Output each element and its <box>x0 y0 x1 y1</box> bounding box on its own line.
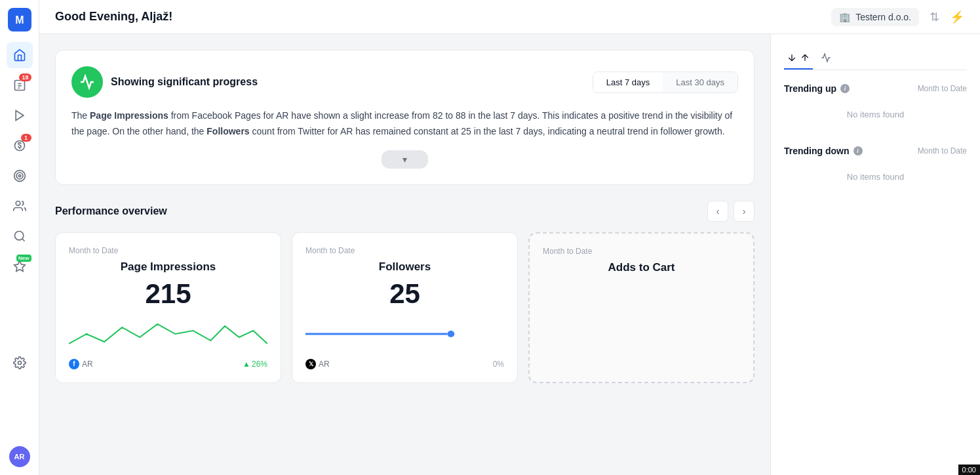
svg-point-13 <box>16 201 20 206</box>
svg-point-16 <box>18 361 21 365</box>
next-button[interactable]: › <box>734 201 755 222</box>
trending-up-info-icon[interactable]: i <box>840 84 850 93</box>
trending-up-heading: Trending up i Month to Date <box>784 83 967 94</box>
tab-30days[interactable]: Last 30 days <box>663 72 737 93</box>
sidebar-item-goals[interactable] <box>7 163 33 189</box>
org-selector[interactable]: 🏢 Testern d.o.o. <box>831 8 919 26</box>
sidebar-item-search[interactable] <box>7 223 33 249</box>
sidebar-item-video[interactable] <box>7 102 33 129</box>
impressions-name: Page Impressions <box>69 260 267 274</box>
followers-pct: 0% <box>493 360 504 369</box>
trending-down-date: Month to Date <box>918 146 967 155</box>
followers-card: Month to Date Followers 25 𝕏 AR <box>292 232 518 383</box>
sidebar-item-home[interactable] <box>7 42 33 68</box>
impressions-source: f AR <box>69 359 93 369</box>
sidebar-item-budget[interactable]: 1 <box>7 133 33 159</box>
trending-up-section: Trending up i Month to Date No items fou… <box>784 83 967 130</box>
trending-up-no-items: No items found <box>784 99 967 130</box>
trending-down-heading: Trending down i Month to Date <box>784 146 967 156</box>
prev-button[interactable]: ‹ <box>707 201 728 222</box>
org-name: Testern d.o.o. <box>855 12 911 22</box>
progress-card: Showing significant progress Last 7 days… <box>55 50 755 185</box>
svg-point-14 <box>14 232 23 240</box>
impressions-value: 215 <box>69 279 267 309</box>
page-title: Good Evening, Aljaž! <box>55 10 821 24</box>
followers-source: 𝕏 AR <box>305 359 330 369</box>
cart-name: Adds to Cart <box>543 261 740 274</box>
rp-tab-trending[interactable] <box>784 47 813 70</box>
progress-text: The Page Impressions from Facebook Pages… <box>71 108 738 140</box>
facebook-icon: f <box>69 359 79 369</box>
sort-icon[interactable]: ⇅ <box>930 10 939 24</box>
impressions-footer: f AR ▲ 26% <box>69 359 267 369</box>
impressions-chart <box>69 314 267 354</box>
performance-title: Performance overview <box>55 205 167 217</box>
rp-tab-activity[interactable] <box>818 47 834 70</box>
trending-up-date: Month to Date <box>918 84 967 93</box>
trending-down-title: Trending down i <box>784 146 863 156</box>
tab-7days[interactable]: Last 7 days <box>593 72 663 93</box>
right-panel-tabs <box>784 47 967 70</box>
svg-point-18 <box>447 331 454 337</box>
timer-display: 0:00 <box>958 465 980 475</box>
trending-up-title: Trending up i <box>784 83 850 94</box>
followers-footer: 𝕏 AR 0% <box>305 359 504 369</box>
right-panel: Trending up i Month to Date No items fou… <box>770 34 980 475</box>
trending-down-info-icon[interactable]: i <box>853 146 863 155</box>
progress-icon <box>71 66 103 98</box>
sidebar-item-settings[interactable] <box>7 350 33 376</box>
main-content: Showing significant progress Last 7 days… <box>39 34 770 475</box>
main-area: Good Evening, Aljaž! 🏢 Testern d.o.o. ⇅ … <box>39 0 980 475</box>
progress-label: Showing significant progress <box>111 76 258 88</box>
activity-icon[interactable]: ⚡ <box>950 10 964 24</box>
content-area: Showing significant progress Last 7 days… <box>39 34 980 475</box>
followers-date-label: Month to Date <box>305 246 504 255</box>
trending-up-label: Trending up <box>784 83 836 94</box>
trending-down-no-items: No items found <box>784 161 967 192</box>
nav-buttons: ‹ › <box>707 201 755 222</box>
up-arrow-icon: ▲ <box>243 360 250 369</box>
sidebar-item-audience[interactable] <box>7 193 33 219</box>
trending-down-section: Trending down i Month to Date No items f… <box>784 146 967 192</box>
page-impressions-card: Month to Date Page Impressions 215 f AR <box>55 232 281 383</box>
svg-point-10 <box>14 171 25 182</box>
trending-down-label: Trending down <box>784 146 850 156</box>
expand-button[interactable]: ▾ <box>382 150 428 169</box>
svg-line-15 <box>22 239 24 241</box>
twitter-icon: 𝕏 <box>305 359 316 369</box>
svg-point-11 <box>16 173 23 179</box>
impressions-date-label: Month to Date <box>69 246 267 255</box>
user-avatar[interactable]: AR <box>9 446 30 467</box>
topbar-icons: ⇅ ⚡ <box>930 10 964 24</box>
impressions-source-name: AR <box>82 360 93 369</box>
impressions-pct: ▲ 26% <box>243 360 267 369</box>
org-icon: 🏢 <box>839 12 850 22</box>
new-badge: New <box>16 255 31 262</box>
performance-header: Performance overview ‹ › <box>55 201 755 222</box>
sidebar-item-reports[interactable]: 18 <box>7 72 33 98</box>
followers-chart <box>305 314 504 354</box>
svg-point-12 <box>18 175 20 176</box>
svg-marker-6 <box>16 111 24 121</box>
sidebar: M 18 1 <box>0 0 39 475</box>
time-tab-group: Last 7 days Last 30 days <box>593 72 738 93</box>
followers-source-name: AR <box>319 360 330 369</box>
impressions-pct-value: 26% <box>252 360 267 369</box>
app-logo[interactable]: M <box>8 8 31 31</box>
reports-badge: 18 <box>19 73 31 81</box>
progress-card-header: Showing significant progress Last 7 days… <box>71 66 738 98</box>
progress-card-title: Showing significant progress <box>71 66 258 98</box>
adds-to-cart-card: Month to Date Adds to Cart <box>528 232 755 383</box>
cart-date-label: Month to Date <box>543 247 740 256</box>
budget-badge: 1 <box>21 134 31 142</box>
sidebar-item-new[interactable]: New <box>7 253 33 279</box>
followers-value: 25 <box>305 279 504 309</box>
metrics-grid: Month to Date Page Impressions 215 f AR <box>55 232 755 383</box>
expand-bar: ▾ <box>71 150 738 169</box>
followers-name: Followers <box>305 260 504 274</box>
topbar: Good Evening, Aljaž! 🏢 Testern d.o.o. ⇅ … <box>39 0 980 34</box>
svg-text:M: M <box>15 14 24 26</box>
followers-pct-value: 0% <box>493 360 504 369</box>
